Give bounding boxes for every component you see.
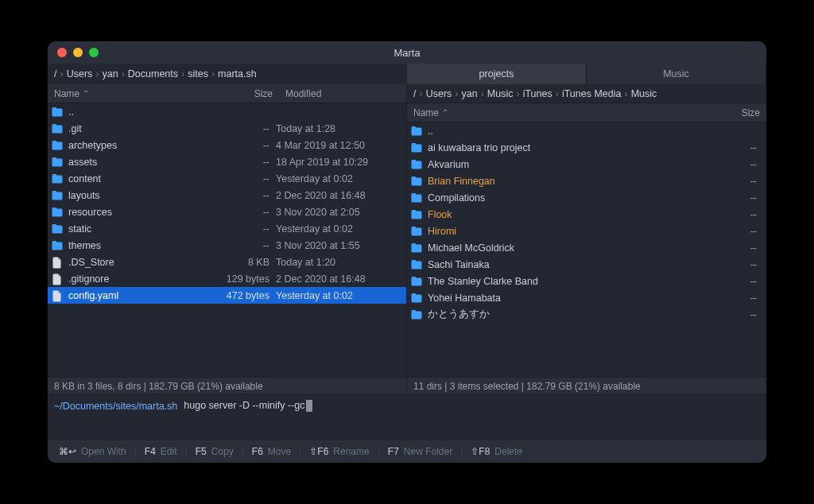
fn-key-label: F5 xyxy=(196,446,207,457)
terminal-input[interactable]: hugo server -D --minify --gc xyxy=(184,400,312,412)
folder-icon xyxy=(410,125,423,138)
folder-icon xyxy=(410,275,423,288)
pane-tab[interactable]: projects xyxy=(407,64,587,84)
fn-action[interactable]: ⌘↩Open With xyxy=(52,446,133,457)
fn-label: Open With xyxy=(81,446,126,457)
breadcrumb-segment[interactable]: iTunes xyxy=(523,88,552,99)
file-icon xyxy=(51,256,64,269)
breadcrumb-segment[interactable]: / xyxy=(54,68,56,79)
file-row[interactable]: archetypes--4 Mar 2019 at 12:50 xyxy=(48,137,406,153)
fn-action[interactable]: F5Copy xyxy=(189,446,240,457)
left-file-list[interactable]: ...git--Today at 1:28archetypes--4 Mar 2… xyxy=(48,103,406,377)
sort-asc-icon: ⌃ xyxy=(442,108,448,117)
close-icon[interactable] xyxy=(57,48,67,57)
file-row[interactable]: Michael McGoldrick-- xyxy=(407,239,766,256)
right-tabs: projectsMusic xyxy=(407,64,766,84)
file-modified: Today at 1:20 xyxy=(276,257,403,268)
left-breadcrumb[interactable]: /›Users›yan›Documents›sites›marta.sh xyxy=(48,68,257,79)
file-row[interactable]: layouts--2 Dec 2020 at 16:48 xyxy=(48,187,406,204)
file-icon xyxy=(51,289,64,302)
file-row[interactable]: Yohei Hamabata-- xyxy=(407,289,766,306)
file-modified: Today at 1:28 xyxy=(276,123,403,134)
chevron-right-icon: › xyxy=(556,88,559,99)
file-row[interactable]: Sachi Tainaka-- xyxy=(407,256,766,273)
right-file-list[interactable]: ..ai kuwabara trio project--Akvarium--Br… xyxy=(407,122,766,377)
file-row[interactable]: .git--Today at 1:28 xyxy=(48,120,406,137)
file-row[interactable]: static--Yesterday at 0:02 xyxy=(48,220,406,237)
terminal[interactable]: ~/Documents/sites/marta.sh hugo server -… xyxy=(48,394,766,417)
file-row[interactable]: .. xyxy=(407,122,766,139)
file-size: -- xyxy=(204,140,276,151)
separator: | xyxy=(460,446,463,457)
separator: | xyxy=(299,446,301,457)
file-modified: 3 Nov 2020 at 2:05 xyxy=(276,207,403,218)
folder-icon xyxy=(410,208,423,221)
file-name: resources xyxy=(68,207,204,218)
file-row[interactable]: Compilations-- xyxy=(407,189,766,206)
file-name: Brian Finnegan xyxy=(428,176,692,187)
file-row[interactable]: themes--3 Nov 2020 at 1:55 xyxy=(48,237,406,254)
breadcrumb-segment[interactable]: yan xyxy=(461,88,477,99)
file-row[interactable]: resources--3 Nov 2020 at 2:05 xyxy=(48,204,406,220)
file-row[interactable]: .DS_Store8 KBToday at 1:20 xyxy=(48,254,406,270)
left-column-header[interactable]: Name⌃ Size Modified xyxy=(48,84,406,103)
chevron-right-icon: › xyxy=(181,68,184,79)
file-size: -- xyxy=(692,259,763,270)
fn-action[interactable]: F6Move xyxy=(246,446,297,457)
breadcrumb-segment[interactable]: marta.sh xyxy=(218,68,257,79)
file-row[interactable]: Hiromi-- xyxy=(407,223,766,239)
zoom-icon[interactable] xyxy=(89,48,99,57)
fn-label: Move xyxy=(268,446,291,457)
fn-action[interactable]: ⇧F8Delete xyxy=(464,446,529,457)
pane-tab[interactable]: Music xyxy=(587,64,766,84)
breadcrumb-segment[interactable]: sites xyxy=(188,68,208,79)
file-size: -- xyxy=(204,123,276,134)
window-title: Marta xyxy=(48,47,766,59)
sort-asc-icon: ⌃ xyxy=(83,89,89,98)
file-name: .. xyxy=(428,126,692,137)
breadcrumb-segment[interactable]: Music xyxy=(487,88,514,99)
folder-icon xyxy=(51,206,64,219)
file-row[interactable]: content--Yesterday at 0:02 xyxy=(48,170,406,187)
file-row[interactable]: ai kuwabara trio project-- xyxy=(407,139,766,156)
file-name: .git xyxy=(68,123,204,134)
file-name: .gitignore xyxy=(68,273,204,285)
file-row[interactable]: config.yaml472 bytesYesterday at 0:02 xyxy=(48,287,406,304)
right-breadcrumb[interactable]: /›Users›yan›Music›iTunes›iTunes Media›Mu… xyxy=(407,88,657,99)
fn-action[interactable]: ⇧F6Rename xyxy=(303,446,375,457)
spacer xyxy=(48,417,766,440)
file-row[interactable]: .. xyxy=(48,103,406,120)
file-modified: Yesterday at 0:02 xyxy=(276,290,403,301)
file-name: The Stanley Clarke Band xyxy=(428,276,692,287)
minimize-icon[interactable] xyxy=(73,48,83,57)
file-row[interactable]: かとうあすか-- xyxy=(407,306,766,323)
breadcrumb-segment[interactable]: iTunes Media xyxy=(562,88,622,99)
chevron-right-icon: › xyxy=(516,88,519,99)
fn-action[interactable]: F4Edit xyxy=(138,446,184,457)
breadcrumb-segment[interactable]: Documents xyxy=(128,68,178,79)
file-name: static xyxy=(68,223,204,235)
file-size: -- xyxy=(692,242,763,254)
breadcrumb-segment[interactable]: yan xyxy=(102,68,118,79)
file-row[interactable]: The Stanley Clarke Band-- xyxy=(407,273,766,289)
folder-icon xyxy=(410,175,423,188)
col-name-label: Name xyxy=(413,107,439,118)
file-row[interactable]: Brian Finnegan-- xyxy=(407,173,766,189)
file-row[interactable]: Flook-- xyxy=(407,206,766,223)
file-size: -- xyxy=(204,157,276,168)
file-row[interactable]: assets--18 Apr 2019 at 10:29 xyxy=(48,153,406,170)
breadcrumb-segment[interactable]: Users xyxy=(426,88,452,99)
right-column-header[interactable]: Name⌃ Size xyxy=(407,103,766,122)
file-size: -- xyxy=(692,192,763,204)
breadcrumb-segment[interactable]: Music xyxy=(631,88,657,99)
fn-action[interactable]: F7New Folder xyxy=(382,446,459,457)
chevron-right-icon: › xyxy=(455,88,458,99)
breadcrumb-segment[interactable]: / xyxy=(413,88,416,99)
file-row[interactable]: .gitignore129 bytes2 Dec 2020 at 16:48 xyxy=(48,270,406,287)
breadcrumb-segment[interactable]: Users xyxy=(67,68,93,79)
chevron-right-icon: › xyxy=(211,68,215,79)
file-size: 129 bytes xyxy=(204,273,276,285)
fn-label: Copy xyxy=(211,446,234,457)
file-size: -- xyxy=(692,176,763,187)
file-row[interactable]: Akvarium-- xyxy=(407,156,766,173)
